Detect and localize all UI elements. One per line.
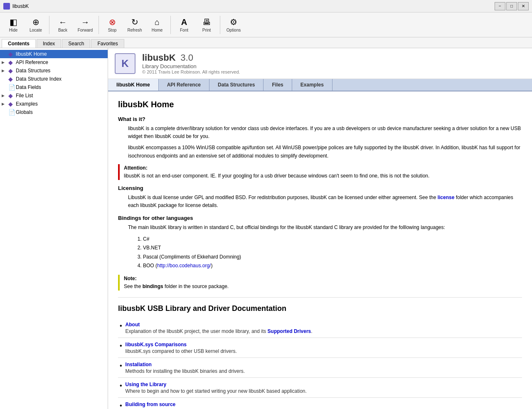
binding-csharp: C# (143, 235, 522, 244)
doc-item-using-library: • Using the Library Where to begin and h… (118, 378, 522, 398)
binding-pascal: Pascal (Compliments of Ekkehard Domning) (143, 253, 522, 262)
content-header: K libusbK 3.0 Library Documentation © 20… (108, 48, 532, 79)
attention-bar (118, 164, 120, 180)
separator-1 (49, 16, 49, 34)
sidebar-item-file-list[interactable]: ▶ ◆ File List (0, 91, 108, 100)
font-button[interactable]: A Font (173, 14, 195, 36)
locate-label: Locate (30, 28, 42, 32)
close-button[interactable]: ✕ (518, 2, 529, 10)
separator-4 (220, 16, 220, 34)
print-button[interactable]: 🖶 Print (196, 14, 217, 36)
font-label: Font (180, 28, 188, 32)
home-button[interactable]: ⌂ Home (146, 14, 168, 36)
building-link[interactable]: Building from source (126, 402, 176, 407)
note-bold: bindings (143, 283, 163, 289)
note-bar (118, 275, 120, 291)
content-tab-home[interactable]: libusbK Home (108, 79, 159, 91)
bindings-list: C# VB.NET Pascal (Compliments of Ekkehar… (143, 235, 522, 271)
hide-button[interactable]: ◧ Hide (2, 14, 24, 36)
content-tab-api[interactable]: API Reference (159, 79, 209, 91)
what-is-it-section: What is it? libusbK is a complete driver… (118, 116, 522, 160)
about-desc-before: Explanation of the libusbK project, the … (126, 328, 268, 334)
what-is-it-para2: libusbK encompasses a 100% WinUSB compat… (128, 144, 522, 160)
options-label: Options (227, 28, 241, 32)
sidebar-item-examples[interactable]: ▶ ◆ Examples (0, 100, 108, 108)
section-divider (118, 297, 522, 298)
tab-contents[interactable]: Contents (2, 39, 36, 48)
locate-icon: ⊕ (32, 17, 39, 27)
sidebar-label-df: Data Fields (16, 84, 106, 90)
main-content: libusbK Home What is it? libusbK is a co… (108, 91, 532, 409)
sidebar-item-data-structures[interactable]: ▶ ◆ Data Structures (0, 67, 108, 75)
licensing-link[interactable]: license (438, 195, 455, 200)
doc-item-installation: • Installation Methods for installing th… (118, 358, 522, 378)
bullet-about: • (120, 321, 122, 330)
hide-label: Hide (9, 28, 18, 32)
sidebar-item-globals[interactable]: 📄 Globals (0, 108, 108, 116)
bullet-using: • (120, 381, 122, 390)
forward-icon: → (81, 17, 89, 27)
tab-index[interactable]: Index (37, 39, 61, 48)
doc-body-install: Installation Methods for installing the … (126, 361, 245, 374)
refresh-icon: ↻ (131, 17, 138, 27)
what-is-it-heading: What is it? (118, 116, 522, 122)
about-desc-after: . (311, 328, 312, 334)
sidebar-tabs-bar: Contents Index Search Favorites (0, 37, 532, 48)
sidebar-item-data-structure-index[interactable]: ◆ Data Structure Index (0, 75, 108, 83)
app-subtitle: Library Documentation (142, 63, 240, 69)
sidebar-item-api-reference[interactable]: ▶ ◆ API Reference (0, 58, 108, 67)
options-button[interactable]: ⚙ Options (223, 14, 244, 36)
content-tab-ds[interactable]: Data Structures (209, 79, 264, 91)
print-icon: 🖶 (202, 17, 211, 27)
boo-link[interactable]: http://boo.codehaus.org/ (157, 263, 211, 269)
minimize-button[interactable]: − (495, 2, 505, 10)
bullet-install: • (120, 361, 122, 370)
doc-links-list: • About Explanation of the libusbK proje… (118, 318, 522, 409)
item-icon-gl: 📄 (8, 109, 16, 116)
item-icon-df: 📄 (8, 84, 16, 91)
forward-button[interactable]: → Forward (74, 14, 96, 36)
binding-boo: BOO (http://boo.codehaus.org/) (143, 261, 522, 271)
usb-section-title: libusbK USB Library and Driver Documenta… (118, 304, 522, 313)
expand-icon-fl: ▶ (2, 94, 8, 98)
font-icon: A (181, 17, 187, 27)
bindings-section: Bindings for other languages The main li… (118, 215, 522, 271)
libusbksys-link[interactable]: libusbK.sys Comparisons (126, 342, 187, 347)
stop-label: Stop (108, 28, 117, 32)
licensing-body: LibusbK is dual license under GPL and mo… (128, 194, 522, 209)
binding-vbnet: VB.NET (143, 244, 522, 253)
back-button[interactable]: ← Back (52, 14, 74, 36)
maximize-button[interactable]: □ (506, 2, 517, 10)
app-logo: K (115, 53, 135, 74)
tab-favorites[interactable]: Favorites (91, 39, 124, 48)
app-name: libusbK (142, 52, 176, 63)
hide-icon: ◧ (10, 17, 17, 27)
content-tab-files[interactable]: Files (264, 79, 292, 91)
logo-letter: K (121, 58, 128, 69)
item-icon-fl: ◆ (8, 92, 16, 99)
using-library-link[interactable]: Using the Library (126, 382, 167, 387)
doc-item-about: • About Explanation of the libusbK proje… (118, 318, 522, 338)
supported-drivers-link[interactable]: Supported Drivers (268, 328, 311, 334)
doc-body-about: About Explanation of the libusbK project… (126, 321, 313, 334)
tab-search[interactable]: Search (62, 39, 90, 48)
locate-button[interactable]: ⊕ Locate (25, 14, 47, 36)
content-tab-examples[interactable]: Examples (292, 79, 332, 91)
item-icon-home: ◆ (8, 51, 16, 57)
stop-button[interactable]: ⊗ Stop (101, 14, 123, 36)
title-bar: libusbK − □ ✕ (0, 0, 532, 12)
expand-icon-ds: ▶ (2, 69, 8, 73)
app-icon (3, 3, 10, 10)
sidebar-label-ds: Data Structures (16, 68, 106, 74)
separator-2 (99, 16, 99, 34)
home-label: Home (152, 28, 163, 32)
sidebar: ◆ libusbK Home ▶ ◆ API Reference ▶ ◆ Dat… (0, 48, 108, 409)
content-tabs: libusbK Home API Reference Data Structur… (108, 79, 532, 91)
installation-link[interactable]: Installation (126, 362, 152, 367)
print-label: Print (202, 28, 211, 32)
refresh-button[interactable]: ↻ Refresh (124, 14, 145, 36)
sidebar-item-data-fields[interactable]: 📄 Data Fields (0, 83, 108, 91)
about-link[interactable]: About (126, 322, 140, 328)
sidebar-item-libusbk-home[interactable]: ◆ libusbK Home (0, 50, 108, 58)
attention-content: Attention: libusbK is not an end-user co… (124, 164, 429, 180)
